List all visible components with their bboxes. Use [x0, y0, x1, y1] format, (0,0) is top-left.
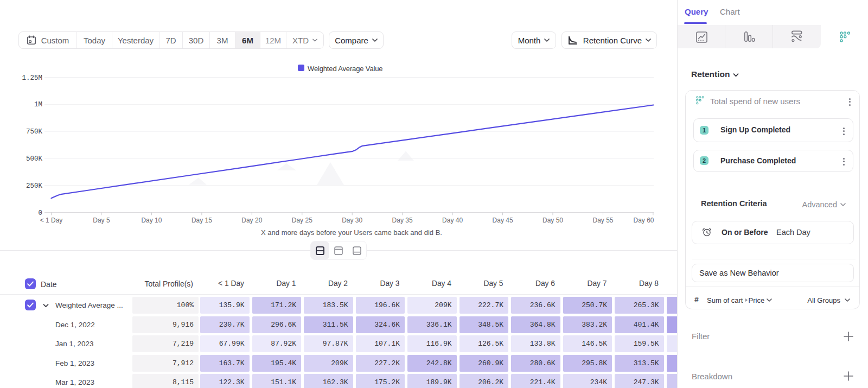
svg-text:0: 0: [38, 209, 42, 217]
svg-text:250K: 250K: [26, 182, 43, 190]
svg-text:Day 25: Day 25: [292, 217, 312, 224]
svg-text:Day 5: Day 5: [93, 217, 110, 224]
svg-text:Day 60: Day 60: [633, 217, 654, 224]
svg-text:500K: 500K: [26, 155, 43, 163]
svg-text:1M: 1M: [34, 101, 42, 109]
svg-text:750K: 750K: [26, 128, 43, 136]
svg-text:< 1 Day: < 1 Day: [40, 217, 63, 224]
svg-text:Day 15: Day 15: [192, 217, 212, 224]
svg-text:Day 50: Day 50: [542, 217, 563, 224]
svg-text:Day 35: Day 35: [392, 217, 413, 224]
svg-text:Day 10: Day 10: [141, 217, 162, 224]
svg-text:Day 30: Day 30: [342, 217, 362, 224]
svg-text:1.25M: 1.25M: [22, 74, 42, 82]
svg-text:Day 55: Day 55: [592, 217, 613, 224]
svg-text:Day 20: Day 20: [241, 217, 262, 224]
svg-text:Day 45: Day 45: [493, 217, 513, 224]
svg-text:Day 40: Day 40: [442, 217, 463, 224]
